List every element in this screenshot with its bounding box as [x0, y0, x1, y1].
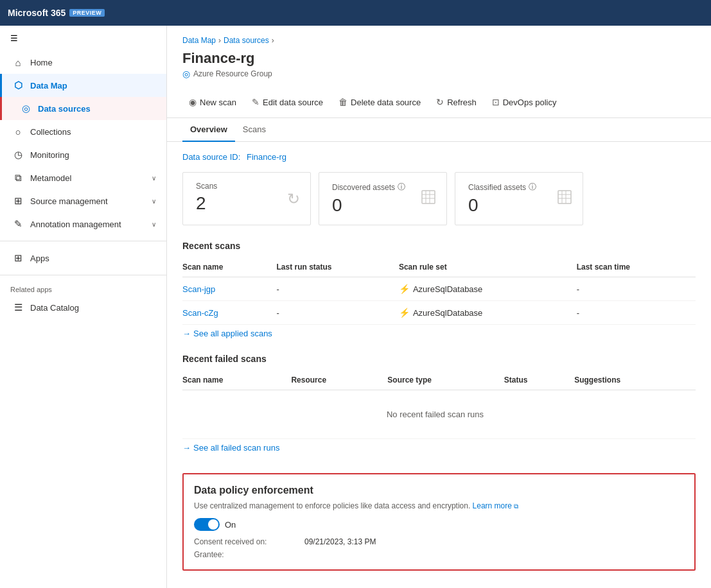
subtitle-icon: ◎ — [182, 69, 190, 79]
preview-badge: PREVIEW — [69, 9, 105, 17]
stat-card-discovered: Discovered assets ⓘ 0 — [319, 172, 447, 225]
recent-failed-scans-section: Recent failed scans Scan name Resource S… — [167, 349, 711, 463]
tabs: Overview Scans — [167, 118, 711, 142]
data-map-icon: ⬡ — [12, 80, 24, 91]
datasource-id-label: Data source ID: — [182, 152, 240, 162]
recent-failed-scans-title: Recent failed scans — [182, 354, 696, 364]
toggle-label: On — [225, 520, 236, 530]
hamburger-menu[interactable]: ☰ — [0, 26, 166, 51]
sidebar-item-apps[interactable]: ⊞ Apps — [0, 246, 166, 270]
datasource-id-value: Finance-rg — [247, 152, 286, 162]
sidebar-item-annotation-management[interactable]: ✎ Annotation management ∨ — [0, 212, 166, 236]
chevron-down-icon: ∨ — [152, 221, 156, 228]
related-apps-label: Related apps — [0, 281, 166, 296]
policy-desc-text: Use centralized management to enforce po… — [194, 501, 470, 510]
see-all-failed-scans-link[interactable]: → See all failed scan runs — [182, 443, 279, 453]
stats-row: Scans 2 ↻ Discovered assets ⓘ 0 — [167, 167, 711, 236]
page-subtitle: ◎ Azure Resource Group — [182, 69, 696, 79]
metamodel-icon: ⧉ — [12, 172, 24, 184]
sidebar-item-metamodel[interactable]: ⧉ Metamodel ∨ — [0, 166, 166, 189]
breadcrumb-data-map[interactable]: Data Map — [182, 36, 216, 45]
stat-discovered-label: Discovered assets ⓘ — [332, 182, 434, 193]
breadcrumb: Data Map › Data sources › — [167, 26, 711, 48]
policy-toggle[interactable] — [194, 518, 220, 531]
refresh-button[interactable]: ↻ Refresh — [430, 93, 483, 111]
svg-rect-5 — [558, 191, 571, 203]
sidebar-item-data-map[interactable]: ⬡ Data Map — [0, 74, 166, 97]
sidebar-item-label: Data Map — [30, 81, 67, 91]
bolt-icon: ⚡ — [399, 307, 410, 318]
sidebar-item-home[interactable]: ⌂ Home — [0, 51, 166, 74]
scan-rule-set-cell: ⚡ AzureSqlDatabase — [399, 301, 577, 325]
data-catalog-icon: ☰ — [12, 302, 24, 313]
devops-label: DevOps policy — [503, 98, 557, 107]
new-scan-button[interactable]: ◉ New scan — [182, 93, 243, 111]
sidebar-item-label: Monitoring — [30, 150, 69, 160]
subtitle-text: Azure Resource Group — [193, 69, 272, 78]
col-last-scan-time: Last scan time — [577, 257, 696, 277]
info-icon: ⓘ — [529, 182, 536, 193]
discovered-table-icon — [421, 189, 436, 209]
tab-scans[interactable]: Scans — [235, 118, 274, 142]
classified-table-icon — [557, 189, 572, 209]
policy-description: Use centralized management to enforce po… — [194, 501, 684, 510]
sidebar-item-monitoring[interactable]: ◷ Monitoring — [0, 143, 166, 166]
data-sources-icon: ◎ — [20, 103, 31, 114]
table-row: Scan-jgp - ⚡ AzureSqlDatabase - — [182, 277, 696, 301]
see-all-label: See all applied scans — [193, 329, 272, 338]
sidebar-item-data-catalog[interactable]: ☰ Data Catalog — [0, 296, 166, 319]
edit-icon: ✎ — [252, 97, 259, 107]
see-all-applied-scans-link[interactable]: → See all applied scans — [182, 329, 272, 338]
delete-label: Delete data source — [351, 98, 421, 107]
recent-failed-scans-table: Scan name Resource Source type Status Su… — [182, 370, 696, 439]
col-suggestions: Suggestions — [574, 370, 696, 390]
chevron-down-icon: ∨ — [152, 175, 156, 182]
learn-more-link[interactable]: Learn more ⧉ — [473, 501, 519, 510]
sidebar-item-data-sources[interactable]: ◎ Data sources — [0, 97, 166, 120]
grantee-label: Grantee: — [194, 550, 297, 559]
scan-rule-set-cell: ⚡ AzureSqlDatabase — [399, 277, 577, 301]
breadcrumb-sep-2: › — [272, 36, 274, 45]
col-source-type: Source type — [387, 370, 504, 390]
toggle-row: On — [194, 518, 684, 531]
col-scan-rule-set: Scan rule set — [399, 257, 577, 277]
scan-link[interactable]: Scan-jgp — [182, 284, 215, 294]
delete-icon: 🗑 — [338, 97, 347, 107]
edit-data-source-button[interactable]: ✎ Edit data source — [245, 93, 329, 111]
scans-refresh-icon: ↻ — [287, 190, 300, 208]
no-data-message: No recent failed scan runs — [182, 397, 688, 432]
col-scan-name: Scan name — [182, 257, 276, 277]
sidebar-item-collections[interactable]: ○ Collections — [0, 120, 166, 143]
sidebar-item-label: Collections — [30, 127, 71, 137]
policy-details: Consent received on: 09/21/2023, 3:13 PM… — [194, 537, 684, 559]
sidebar: ☰ ⌂ Home ⬡ Data Map ◎ Data sources ○ Col… — [0, 26, 167, 588]
collections-icon: ○ — [12, 126, 24, 137]
arrow-icon: → — [182, 329, 191, 338]
logo: Microsoft 365 PREVIEW — [8, 8, 105, 18]
last-scan-time-cell: - — [577, 277, 696, 301]
stat-discovered-value: 0 — [332, 195, 434, 216]
last-run-status-cell: - — [276, 301, 398, 325]
table-row: Scan-cZg - ⚡ AzureSqlDatabase - — [182, 301, 696, 325]
breadcrumb-data-sources[interactable]: Data sources — [224, 36, 269, 45]
bolt-icon: ⚡ — [399, 284, 410, 294]
delete-data-source-button[interactable]: 🗑 Delete data source — [332, 93, 427, 111]
recent-scans-section: Recent scans Scan name Last run status S… — [167, 236, 711, 349]
devops-policy-button[interactable]: ⊡ DevOps policy — [486, 93, 563, 111]
scan-link[interactable]: Scan-cZg — [182, 308, 218, 318]
breadcrumb-sep-1: › — [218, 36, 221, 45]
arrow-icon: → — [182, 443, 191, 453]
sidebar-item-source-management[interactable]: ⊞ Source management ∨ — [0, 189, 166, 212]
stat-classified-value: 0 — [468, 195, 570, 216]
scan-name-cell: Scan-cZg — [182, 301, 276, 325]
refresh-icon: ↻ — [436, 97, 444, 107]
stat-card-scans: Scans 2 ↻ — [182, 172, 311, 225]
see-all-failed-label: See all failed scan runs — [193, 443, 279, 453]
svg-rect-0 — [422, 191, 435, 203]
col-resource: Resource — [291, 370, 387, 390]
stat-card-classified: Classified assets ⓘ 0 — [455, 172, 583, 225]
page-title: Finance-rg — [182, 50, 696, 67]
logo-text: Microsoft 365 — [8, 8, 66, 18]
rule-set-name: AzureSqlDatabase — [413, 284, 482, 294]
tab-overview[interactable]: Overview — [182, 118, 235, 142]
